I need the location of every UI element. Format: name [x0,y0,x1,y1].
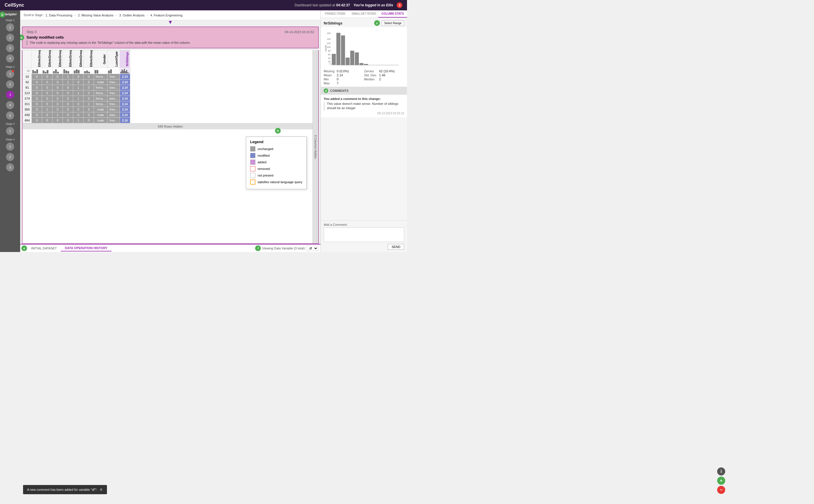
table-cell: 0 [32,90,42,96]
legend-label-added: added [258,160,267,164]
th-gender: Gender [94,50,107,68]
table-cell: male [94,118,107,123]
step-description: The code is replacing any missing values… [26,41,314,45]
select-range-btn[interactable]: Select Range [382,20,404,26]
stage4-step3[interactable]: 3 [6,163,14,171]
stage2-step5[interactable]: 5 [6,111,14,120]
table-cell: stan... [107,112,120,118]
table-cell: 0 [84,96,94,101]
legend-title: Legend [250,140,302,144]
viewing-section: f Viewing Data Variable (3 total): df [255,245,321,251]
stage1-step1[interactable]: 1 [6,23,14,31]
minibar-2 [42,68,52,74]
table-cell: 0 [73,112,84,118]
stage2-step4[interactable]: 4 [6,101,14,109]
step-time: 09-14-2023 04:15:52 [285,30,314,34]
svg-text:6.5: 6.5 [390,65,393,66]
legend-box-removed [250,166,256,171]
stage-nav-1[interactable]: 1. Data Processing [46,14,72,17]
svg-text:2.0: 2.0 [349,65,352,66]
svg-text:5.5: 5.5 [381,65,384,66]
svg-text:2.5: 2.5 [353,65,357,66]
table-cell: fema... [94,90,107,96]
data-table-container: EthnicGroup_... EthnicGroup_... EthnicGr… [22,50,319,244]
hidden-cols-bar[interactable]: 6 Columns Hidden [313,50,318,243]
table-cell: 0 [73,101,84,107]
th-nrsiblings: NrSiblings [120,50,130,68]
table-cell: 0 [63,96,73,101]
notification-badge[interactable]: 3 [397,2,402,8]
stage-nav: Scroll to Stage: 1. Data Processing › 2.… [20,10,321,20]
table-cell: 2.14 [120,118,130,123]
table-cell: 0 [84,79,94,85]
table-minibar-row: 32 [23,68,130,74]
minibar-nrsib [120,68,130,74]
th-lunch: LunchType [107,50,120,68]
svg-text:160: 160 [327,32,331,35]
stage1-step4[interactable]: 4 [6,54,14,62]
stage-nav-2[interactable]: 2. Missing Value Analysis [78,14,113,17]
svg-text:140: 140 [327,38,331,40]
table-cell: free... [107,107,120,112]
comment-input[interactable] [324,228,404,242]
tab-column-stats[interactable]: COLUMN STATS [378,10,407,18]
median-value: 2 [379,77,404,81]
step-number: Step 3 [26,30,37,34]
stage4-step2[interactable]: 2 [6,153,14,161]
table-cell: 2.14 [120,74,130,79]
stage4-step1[interactable]: 1 [6,143,14,151]
right-panel: PINNED ITEMS SMALLSET ROWS COLUMN STATS … [321,10,407,252]
table-cell: 0 [63,118,73,123]
table-cell: 0 [32,107,42,112]
th-ethnic3: EthnicGroup_... [52,50,63,68]
table-cell: free... [107,101,120,107]
stage2-step3[interactable]: 3 [6,91,14,99]
table-cell: fema... [94,74,107,79]
legend-satisfies: satisfies natural language query [250,179,302,185]
tab-initial-dataset[interactable]: INITIAL DATASET [27,245,61,251]
stage1-step3[interactable]: 3 [6,44,14,52]
table-cell: 1 [42,107,52,112]
svg-text:40: 40 [328,57,331,60]
hist-bar-0 [332,54,336,65]
tab-smallset-rows[interactable]: SMALLSET ROWS [350,10,378,18]
stage-nav-3[interactable]: 3. Outlier Analysis [119,14,144,17]
svg-text:4.5: 4.5 [372,65,375,66]
hidden-rows-bar: 589 Rows Hidden [22,123,318,129]
table-cell: 0 [52,74,63,79]
table-cell: stan... [107,85,120,90]
table-cell: 0 [84,90,94,96]
tab-data-operation[interactable]: DATA OPERATION HISTORY [61,245,111,251]
send-button[interactable]: SEND [388,244,404,250]
stage-nav-4[interactable]: 4. Feature Engineering [150,14,182,17]
svg-text:80: 80 [328,50,331,52]
th-ethnic5: EthnicGroup_... [73,50,84,68]
table-cell: 0 [42,85,52,90]
minibar-4 [63,68,73,74]
step-author: Sandy [26,35,38,39]
stage2-step1[interactable]: 1 [6,70,14,78]
table-cell: 0 [32,96,42,101]
comments-header: d COMMENTS [321,87,407,95]
comments-label: COMMENTS [330,89,349,92]
stage2-step2[interactable]: 2 [6,80,14,88]
table-cell: 0 [63,85,73,90]
stage1-step2[interactable]: 2 [6,34,14,42]
table-cell: 2.14 [120,90,130,96]
legend-box-not-present [250,173,256,178]
data-variable-select[interactable]: df [307,246,318,251]
missing-label: Missing [324,69,334,73]
stage-nav-label: Scroll to Stage: [24,14,43,17]
bottom-bar: e INITIAL DATASET DATA OPERATION HISTORY… [20,244,321,252]
legend-box-added [250,160,256,165]
main-layout: b Navigator Stage 1 1 2 3 4 Stage 2 1 2 … [0,10,407,252]
legend-label-satisfies: satisfies natural language query [258,180,302,184]
tab-pinned-items[interactable]: PINNED ITEMS [321,10,350,18]
table-cell: 0 [32,85,42,90]
histogram-svg: count 160 140 120 100 80 60 40 20 0 [324,28,404,66]
zeroes-value: 62 (10.4%) [379,69,404,73]
table-cell: 0 [52,101,63,107]
table-cell: 0 [42,79,52,85]
table-cell: free... [107,118,120,123]
stage3-step1[interactable]: 1 [6,127,14,135]
